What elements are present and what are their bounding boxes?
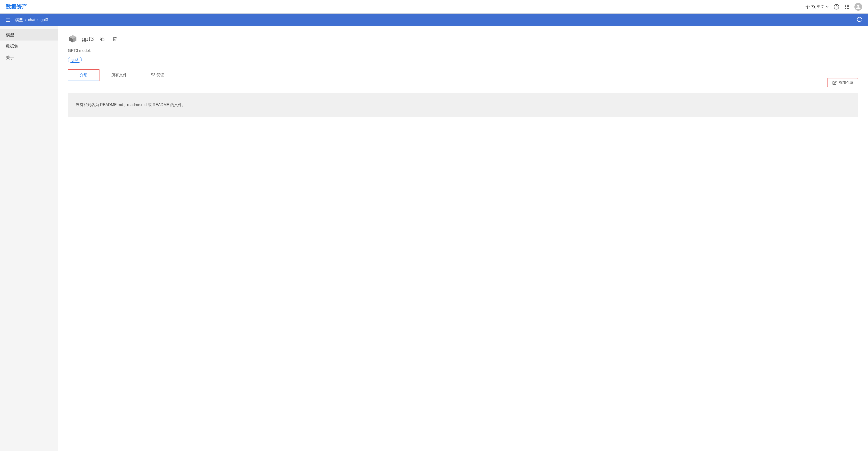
- breadcrumb-sep-2: ›: [37, 18, 38, 22]
- svg-rect-2: [845, 5, 846, 6]
- model-name: gpt3: [82, 35, 94, 43]
- delete-button[interactable]: [111, 34, 119, 43]
- svg-rect-4: [848, 5, 849, 6]
- header-right: 个 中文: [805, 3, 862, 11]
- lang-label: 中文: [817, 4, 824, 9]
- svg-rect-15: [101, 38, 104, 41]
- add-intro-label: 添加介绍: [839, 80, 853, 85]
- hamburger-menu[interactable]: ☰: [6, 17, 10, 23]
- svg-rect-3: [847, 5, 848, 6]
- svg-point-0: [834, 4, 839, 9]
- tab-content: 添加介绍 没有找到名为 README.md、readme.md 或 README…: [68, 93, 858, 117]
- svg-rect-10: [848, 8, 849, 9]
- tabs-bar: 介绍 所有文件 S3 凭证: [68, 69, 858, 81]
- sidebar-item-about[interactable]: 关于: [0, 52, 58, 63]
- add-intro-button[interactable]: 添加介绍: [827, 78, 858, 87]
- chevron-down-icon: [825, 5, 829, 9]
- svg-rect-9: [847, 8, 848, 9]
- language-switcher[interactable]: 个 中文: [805, 4, 829, 10]
- main-layout: 模型 数据集 关于 gpt3: [0, 26, 868, 451]
- translate-icon: 个: [805, 4, 810, 10]
- cube-icon: [68, 34, 77, 43]
- pencil-icon: [832, 81, 837, 85]
- model-header: gpt3: [68, 34, 858, 44]
- apps-icon[interactable]: [844, 3, 850, 10]
- svg-rect-7: [848, 6, 849, 7]
- breadcrumb-chat[interactable]: chat: [28, 18, 35, 22]
- breadcrumb-gpt3[interactable]: gpt3: [40, 18, 48, 22]
- model-description: GPT3 model.: [68, 49, 858, 53]
- tab-intro[interactable]: 介绍: [68, 69, 99, 81]
- svg-rect-5: [845, 6, 846, 7]
- tab-files[interactable]: 所有文件: [99, 69, 139, 81]
- delete-icon: [112, 36, 117, 41]
- nav-bar-left: ☰ 模型 › chat › gpt3: [6, 17, 48, 23]
- header-left: 数据资产: [6, 3, 27, 10]
- svg-rect-8: [845, 8, 846, 9]
- sidebar-item-model[interactable]: 模型: [0, 29, 58, 40]
- translate-icon: [811, 4, 816, 9]
- copy-icon: [100, 36, 104, 41]
- model-tag[interactable]: gpt3: [68, 57, 82, 63]
- breadcrumb: 模型 › chat › gpt3: [15, 18, 48, 23]
- app-title: 数据资产: [6, 3, 27, 10]
- tab-s3[interactable]: S3 凭证: [139, 69, 176, 81]
- top-header: 数据资产 个 中文: [0, 0, 868, 13]
- svg-rect-6: [847, 6, 848, 7]
- copy-button[interactable]: [98, 34, 106, 43]
- help-icon[interactable]: [833, 3, 840, 10]
- model-icon: [68, 34, 78, 44]
- refresh-button[interactable]: [856, 17, 862, 24]
- readme-empty-box: 没有找到名为 README.md、readme.md 或 README 的文件。: [68, 93, 858, 117]
- sidebar: 模型 数据集 关于: [0, 26, 58, 451]
- readme-empty-text: 没有找到名为 README.md、readme.md 或 README 的文件。: [76, 103, 186, 107]
- breadcrumb-models[interactable]: 模型: [15, 18, 23, 23]
- content-area: gpt3 GPT3 model. gpt3 介绍: [58, 26, 868, 451]
- nav-bar: ☰ 模型 › chat › gpt3: [0, 13, 868, 26]
- avatar[interactable]: [855, 3, 862, 11]
- breadcrumb-sep-1: ›: [25, 18, 26, 22]
- sidebar-item-datasets[interactable]: 数据集: [0, 40, 58, 52]
